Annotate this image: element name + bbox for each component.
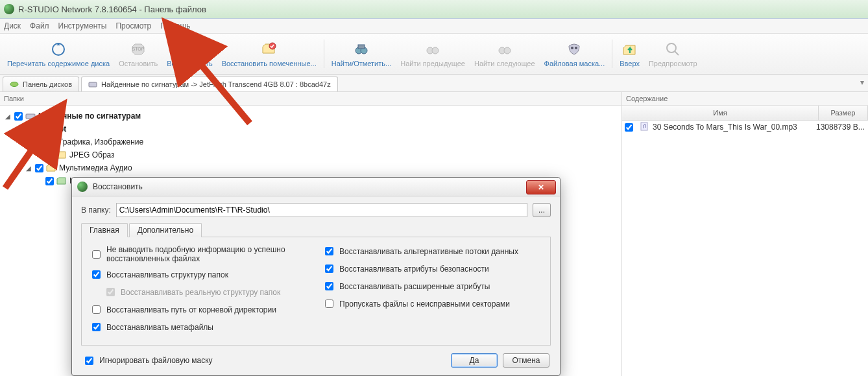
dialog-tab-advanced[interactable]: Дополнительно bbox=[129, 223, 202, 237]
drive-icon bbox=[88, 80, 97, 89]
content-header: Содержание bbox=[622, 92, 868, 106]
dialog-title: Восстановить bbox=[93, 182, 143, 191]
opt-extended[interactable]: Восстанавливать расширенные атрибуты bbox=[322, 280, 542, 292]
folder-icon bbox=[36, 124, 46, 134]
svg-rect-18 bbox=[26, 114, 35, 119]
browse-button[interactable]: ... bbox=[533, 203, 551, 217]
tree-root[interactable]: ◢Найденные по сигнатурам bbox=[4, 110, 621, 123]
file-size: 13088739 B... bbox=[816, 123, 865, 132]
opt-security[interactable]: Восстанавливать атрибуты безопасности bbox=[322, 263, 542, 275]
svg-point-12 bbox=[571, 47, 573, 49]
tb-find-next[interactable]: Найти следующее bbox=[470, 36, 540, 72]
collapse-icon[interactable]: ▾ bbox=[860, 78, 864, 87]
find-next-icon bbox=[496, 40, 514, 58]
cancel-button[interactable]: Отмена bbox=[503, 353, 549, 368]
svg-point-9 bbox=[432, 47, 439, 54]
folders-header: Папки bbox=[0, 92, 621, 106]
menubar: Диск Файл Инструменты Просмотр Помощь bbox=[0, 19, 868, 34]
folder-icon bbox=[56, 150, 67, 160]
tree-audio[interactable]: ◢Мультимедиа Аудио bbox=[4, 161, 621, 174]
recover-dialog: Восстановить ✕ В папку: ... Главная Допо… bbox=[71, 177, 561, 376]
tb-recover-marked[interactable]: Восстановить помеченные... bbox=[217, 36, 321, 72]
tb-find[interactable]: Найти/Отметить... bbox=[327, 36, 396, 72]
dialog-tab-main[interactable]: Главная bbox=[81, 223, 128, 237]
close-button[interactable]: ✕ bbox=[526, 180, 556, 194]
preview-icon bbox=[664, 40, 682, 58]
opt-alt-streams[interactable]: Восстанавливать альтернативные потоки да… bbox=[322, 245, 542, 257]
recover-marked-icon bbox=[260, 40, 278, 58]
find-prev-icon bbox=[424, 40, 442, 58]
tb-preview[interactable]: Предпросмотр bbox=[644, 36, 702, 72]
svg-point-13 bbox=[575, 47, 577, 49]
menu-file[interactable]: Файл bbox=[30, 21, 49, 30]
svg-point-11 bbox=[504, 47, 511, 54]
menu-tools[interactable]: Инструменты bbox=[58, 21, 107, 30]
tree-jpeg[interactable]: JPEG Образ bbox=[4, 148, 621, 161]
refresh-icon bbox=[49, 40, 67, 58]
app-icon bbox=[77, 182, 88, 192]
to-folder-input[interactable] bbox=[116, 203, 527, 217]
tb-mask[interactable]: Файловая маска... bbox=[540, 36, 610, 72]
folder-icon bbox=[46, 163, 56, 173]
audio-file-icon bbox=[640, 122, 649, 133]
svg-text:STOP: STOP bbox=[132, 47, 145, 51]
window-title: R-STUDIO Network 7.8.160654 - Панель фай… bbox=[18, 5, 206, 14]
app-icon bbox=[4, 4, 14, 14]
opt-root-path[interactable]: Восстанавливать путь от корневой директо… bbox=[90, 303, 309, 316]
opt-real-struct: Восстанавливать реальную структуру папок bbox=[90, 286, 309, 298]
svg-point-14 bbox=[667, 43, 676, 53]
tabbar: Панель дисков Найденные по сигнатурам ->… bbox=[0, 75, 868, 92]
up-icon bbox=[621, 40, 639, 58]
folder-tree: ◢Найденные по сигнатурам ◢Root ◢Графика,… bbox=[0, 106, 621, 187]
menu-view[interactable]: Просмотр bbox=[115, 21, 151, 30]
tb-stop[interactable]: STOPОстановить bbox=[114, 36, 162, 72]
opt-ignore-mask[interactable]: Игнорировать файловую маску bbox=[82, 355, 213, 367]
opt-no-details[interactable]: Не выводить подробную информацию о успеш… bbox=[90, 245, 309, 263]
tab-panel-disks[interactable]: Панель дисков bbox=[3, 76, 79, 91]
binoculars-icon bbox=[352, 40, 370, 58]
col-name[interactable]: Имя bbox=[622, 106, 819, 120]
mask-icon bbox=[565, 40, 583, 58]
svg-rect-7 bbox=[358, 45, 365, 49]
toolbar: Перечитать содержимое диска STOPОстанови… bbox=[0, 34, 868, 75]
svg-rect-19 bbox=[641, 123, 647, 130]
recover-icon bbox=[180, 40, 199, 58]
file-row[interactable]: 30 Seconds To Mars_This Is War_00.mp3 13… bbox=[622, 121, 868, 134]
toolbar-divider bbox=[324, 40, 324, 68]
dialog-titlebar[interactable]: Восстановить ✕ bbox=[72, 178, 560, 196]
stop-icon: STOP bbox=[129, 40, 147, 58]
content-columns: Имя Размер bbox=[622, 106, 868, 121]
tb-reread[interactable]: Перечитать содержимое диска bbox=[3, 36, 114, 72]
svg-rect-17 bbox=[89, 82, 97, 87]
tb-recover[interactable]: Восстановить bbox=[162, 36, 217, 72]
ok-button[interactable]: Да bbox=[451, 353, 498, 368]
toolbar-divider bbox=[612, 40, 612, 68]
svg-point-16 bbox=[10, 82, 18, 87]
col-size[interactable]: Размер bbox=[819, 106, 868, 120]
menu-help[interactable]: Помощь bbox=[160, 21, 190, 30]
opt-skip-bad[interactable]: Пропускать файлы с неисправными секторам… bbox=[322, 298, 542, 310]
drive-icon bbox=[25, 111, 36, 121]
content-pane: Содержание Имя Размер 30 Seconds To Mars… bbox=[622, 92, 868, 376]
file-name: 30 Seconds To Mars_This Is War_00.mp3 bbox=[653, 123, 812, 132]
opt-struct[interactable]: Восстанавливать структуру папок bbox=[90, 268, 309, 281]
tree-graphics[interactable]: ◢Графика, Изображение bbox=[4, 135, 621, 148]
menu-disk[interactable]: Диск bbox=[4, 21, 21, 30]
to-folder-label: В папку: bbox=[81, 206, 111, 215]
disk-panel-icon bbox=[10, 80, 19, 89]
tb-find-prev[interactable]: Найти предыдущее bbox=[396, 36, 470, 72]
titlebar: R-STUDIO Network 7.8.160654 - Панель фай… bbox=[0, 0, 868, 19]
svg-line-15 bbox=[675, 51, 679, 55]
folder-icon bbox=[46, 137, 56, 147]
folder-green-icon bbox=[56, 176, 67, 186]
tree-root-folder[interactable]: ◢Root bbox=[4, 123, 621, 135]
opt-metafiles[interactable]: Восстанавливать метафайлы bbox=[90, 321, 309, 333]
tb-up[interactable]: Вверх bbox=[615, 36, 644, 72]
tab-found[interactable]: Найденные по сигнатурам -> JetFlash Tran… bbox=[81, 76, 338, 91]
